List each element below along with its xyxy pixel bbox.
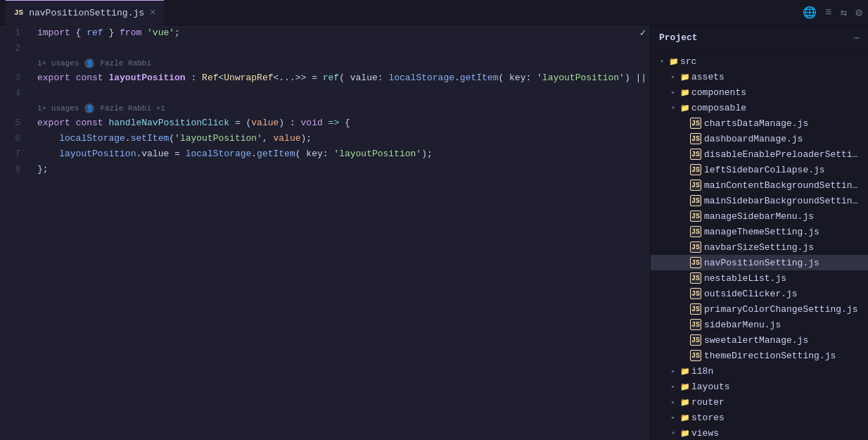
- token: import: [37, 27, 70, 38]
- js-file-icon: JS: [690, 257, 701, 268]
- file-item-leftSidebarCollapse[interactable]: JSleftSidebarCollapse.js: [651, 162, 868, 177]
- js-file-icon: JS: [690, 118, 701, 129]
- file-item-nestableList[interactable]: JSnestableList.js: [651, 270, 868, 286]
- file-item-sweetalertManage[interactable]: JSsweetalertManage.js: [651, 332, 868, 348]
- folder-item-src[interactable]: ▾📁src: [651, 54, 868, 69]
- toolbar-icon-split[interactable]: ⇆: [841, 6, 848, 20]
- folder-item-components[interactable]: ▸📁components: [651, 84, 868, 100]
- folder-item-views[interactable]: ▾📁views: [651, 425, 868, 440]
- tab-close-button[interactable]: ×: [150, 7, 155, 18]
- tree-item-label: composable: [691, 103, 746, 113]
- toolbar-icon-globe[interactable]: 🌐: [803, 6, 817, 20]
- tree-item-label: views: [691, 428, 719, 439]
- token: ) ||: [625, 73, 646, 83]
- line-number: 2: [0, 41, 32, 56]
- file-item-navPositionSetting[interactable]: JSnavPositionSetting.js: [651, 255, 868, 270]
- tree-item-label: mainContentBackgroundSetting.js: [704, 180, 862, 191]
- toolbar-icon-list[interactable]: ≡: [825, 6, 832, 19]
- token: value: [141, 149, 169, 159]
- token: Ref: [202, 73, 218, 83]
- usage-count: 1+ usages: [37, 59, 79, 68]
- folder-item-stores[interactable]: ▸📁stores: [651, 410, 868, 425]
- file-item-dashboardManage[interactable]: JSdashboardManage.js: [651, 131, 868, 146]
- file-item-disableEnablePreloaderSetting[interactable]: JSdisableEnablePreloaderSetting.js: [651, 146, 868, 162]
- src-arrow-icon: ▾: [656, 57, 668, 65]
- tree-item-label: components: [691, 87, 746, 98]
- token: localStorage: [59, 133, 125, 144]
- file-item-outsideClicker[interactable]: JSoutsideClicker.js: [651, 286, 868, 301]
- file-item-manageSidebarMenu[interactable]: JSmanageSidebarMenu.js: [651, 208, 868, 224]
- token: layoutPosition: [108, 73, 185, 83]
- editor-tab[interactable]: JS navPositionSetting.js ×: [6, 0, 164, 25]
- code-line: 5export const handleNavPositionClick = (…: [0, 115, 650, 131]
- toolbar-actions: 🌐 ≡ ⇆ ⚙: [803, 6, 862, 20]
- token: ref: [87, 27, 103, 38]
- file-item-chartsDataManage[interactable]: JSchartsDataManage.js: [651, 115, 868, 131]
- tree-item-label: stores: [691, 413, 725, 423]
- js-file-icon: JS: [690, 149, 701, 160]
- token: const: [76, 118, 103, 128]
- js-file-icon: JS: [690, 288, 701, 299]
- folder-item-i18n[interactable]: ▸📁i18n: [651, 363, 868, 379]
- folder-icon: 📁: [679, 429, 691, 438]
- editor-panel[interactable]: 1import { ref } from 'vue';✓21+ usages 👤…: [0, 25, 650, 440]
- token: .: [251, 149, 257, 159]
- file-item-manageThemeSetting[interactable]: JSmanageThemeSetting.js: [651, 224, 868, 239]
- views-arrow-icon: ▾: [668, 429, 679, 437]
- token: export: [37, 73, 70, 83]
- token: ref: [323, 73, 339, 83]
- token: const: [76, 73, 103, 83]
- token: key:: [504, 73, 537, 83]
- toolbar-icon-settings[interactable]: ⚙: [855, 6, 862, 20]
- tree-item-label: navPositionSetting.js: [704, 258, 819, 268]
- annotation-3: 1+ usages 👤 Fazle Rabbi: [0, 56, 650, 70]
- tree-item-label: dashboardManage.js: [704, 134, 803, 144]
- js-file-icon: JS: [690, 334, 701, 346]
- line-number: 3: [0, 70, 32, 86]
- stores-arrow-icon: ▸: [668, 413, 679, 422]
- folder-item-composable[interactable]: ▾📁composable: [651, 100, 868, 115]
- file-item-mainSidebarBackgroundSetting[interactable]: JSmainSidebarBackgroundSetting.js: [651, 193, 868, 208]
- folder-icon: 📁: [679, 73, 691, 82]
- file-item-primaryColorChangeSetting[interactable]: JSprimaryColorChangeSetting.js: [651, 301, 868, 317]
- line-number: 5: [0, 115, 32, 131]
- components-arrow-icon: ▸: [668, 88, 679, 96]
- file-item-sidebarMenu[interactable]: JSsidebarMenu.js: [651, 317, 868, 332]
- tree-item-label: manageThemeSetting.js: [704, 227, 819, 237]
- folder-item-assets[interactable]: ▸📁assets: [651, 69, 868, 84]
- file-item-themeDirectionSetting[interactable]: JSthemeDirectionSetting.js: [651, 348, 868, 363]
- token: 'layoutPosition': [537, 73, 625, 83]
- token: setItem: [131, 133, 170, 144]
- sidebar-icon-1[interactable]: ⋯: [854, 32, 860, 44]
- folder-icon: 📁: [679, 382, 691, 391]
- tree-item-label: i18n: [691, 366, 713, 377]
- js-file-icon: JS: [690, 350, 701, 361]
- js-file-icon: JS: [690, 319, 701, 330]
- tree-item-label: sidebarMenu.js: [704, 320, 781, 330]
- user-name: Fazle Rabbi +1: [100, 104, 165, 113]
- folder-icon: 📁: [679, 413, 691, 422]
- js-file-icon: JS: [690, 210, 701, 222]
- tree-item-label: assets: [691, 72, 725, 82]
- line-code: };: [32, 162, 636, 177]
- token: );: [301, 133, 312, 144]
- user-avatar: 👤: [84, 103, 94, 113]
- token: :: [290, 118, 301, 128]
- tree-item-label: leftSidebarCollapse.js: [704, 165, 825, 175]
- token: ;: [174, 27, 180, 38]
- file-item-mainContentBackgroundSetting[interactable]: JSmainContentBackgroundSetting.js: [651, 177, 868, 193]
- js-file-icon: JS: [690, 164, 701, 175]
- token: key:: [301, 149, 334, 159]
- token: handleNavPositionClick: [108, 118, 229, 128]
- token: 'layoutPosition': [174, 133, 262, 144]
- folder-item-router[interactable]: ▸📁router: [651, 394, 868, 410]
- folder-icon: 📁: [668, 57, 680, 66]
- usage-count: 1+ usages: [37, 104, 79, 113]
- line-number: 6: [0, 131, 32, 146]
- tab-label: navPositionSetting.js: [29, 8, 144, 18]
- token: ): [279, 118, 290, 128]
- layouts-arrow-icon: ▸: [668, 382, 679, 391]
- composable-arrow-icon: ▾: [668, 103, 679, 112]
- folder-item-layouts[interactable]: ▸📁layouts: [651, 379, 868, 394]
- file-item-navbarSizeSetting[interactable]: JSnavbarSizeSetting.js: [651, 239, 868, 255]
